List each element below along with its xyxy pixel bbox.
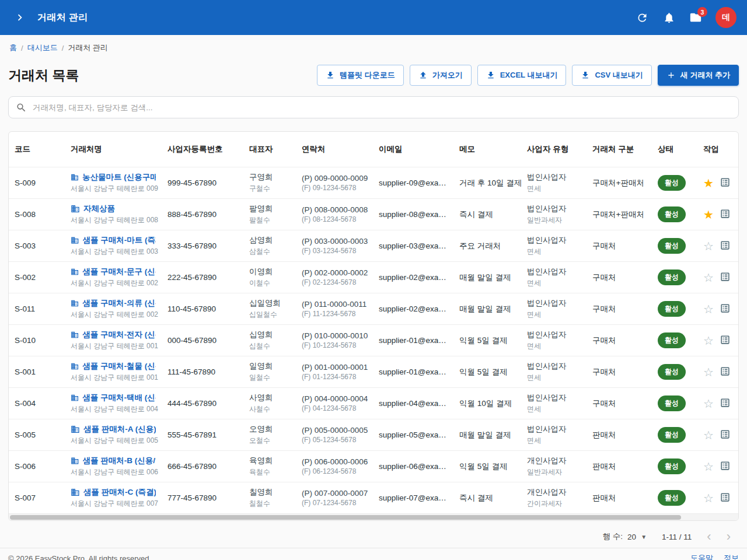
excel-export-button[interactable]: EXCEL 내보내기 — [477, 65, 567, 86]
supplier-name-link[interactable]: 샘플 구매처-택배 (신용, — [82, 393, 156, 403]
rows-per-page-select[interactable]: 행 수: 20 ▼ — [603, 531, 647, 542]
documents-button[interactable]: 3 — [684, 6, 707, 29]
cell-email: supplier-02@exa… — [373, 262, 453, 293]
cell-ceo: 이영희이철수 — [243, 262, 296, 293]
detail-action-button[interactable] — [720, 303, 731, 316]
detail-list-icon — [720, 271, 731, 282]
detail-action-button[interactable] — [720, 208, 731, 221]
supplier-name-link[interactable]: 샘플 구매처-전자 (신용, — [82, 330, 156, 340]
cell-memo: 익월 10일 결제 — [453, 388, 521, 419]
detail-action-button[interactable] — [720, 429, 731, 442]
favorite-star-icon[interactable]: ☆ — [703, 334, 714, 347]
refresh-button[interactable] — [630, 6, 654, 29]
help-link[interactable]: 도움말 — [690, 553, 713, 560]
status-badge: 활성 — [658, 396, 686, 411]
status-badge: 활성 — [658, 332, 686, 348]
detail-action-button[interactable] — [720, 177, 731, 190]
favorite-star-icon[interactable]: ☆ — [703, 271, 714, 284]
refresh-icon — [636, 12, 648, 24]
cell-name: 샘플 구매처-마트 (즉제서울시 강남구 테헤란로 003 — [65, 230, 162, 262]
cell-code: S-005 — [9, 419, 65, 451]
import-button[interactable]: 가져오기 — [410, 65, 472, 86]
supplier-name-link[interactable]: 샘플 구매처-철물 (신용, — [82, 361, 156, 372]
cell-registration: 888-45-67890 — [162, 199, 243, 230]
cell-code: S-004 — [9, 388, 65, 419]
cell-name: 자체상품서울시 강남구 테헤란로 008 — [65, 199, 162, 230]
supplier-name-link[interactable]: 자체상품 — [83, 204, 115, 214]
header-status[interactable]: 상태 — [652, 132, 697, 167]
favorite-star-icon[interactable]: ☆ — [703, 492, 714, 505]
header-registration[interactable]: 사업자등록번호 — [162, 132, 243, 167]
table-row: S-005샘플 판매처-A (신용)서울시 강남구 테헤란로 005555-45… — [9, 419, 738, 451]
detail-action-button[interactable] — [720, 460, 731, 473]
detail-action-button[interactable] — [720, 366, 731, 379]
cell-registration: 555-45-67891 — [162, 419, 243, 451]
cell-name: 샘플 구매처-철물 (신용,서울시 강남구 테헤란로 001 — [65, 356, 162, 388]
csv-export-button[interactable]: CSV 내보내기 — [572, 65, 651, 86]
cell-ceo: 팔영희팔철수 — [243, 199, 296, 230]
scrollbar-thumb[interactable] — [10, 515, 681, 520]
sidebar-expand-button[interactable] — [11, 8, 29, 27]
header-memo[interactable]: 메모 — [453, 132, 521, 167]
next-page-button[interactable]: › — [727, 530, 731, 543]
header-code[interactable]: 코드 — [9, 132, 65, 167]
notifications-button[interactable] — [657, 6, 680, 29]
building-icon — [71, 362, 79, 371]
favorite-star-icon[interactable]: ☆ — [703, 397, 714, 410]
favorite-star-icon[interactable]: ☆ — [703, 460, 714, 473]
user-avatar[interactable]: 데 — [715, 7, 736, 28]
favorite-star-icon[interactable]: ☆ — [703, 303, 714, 316]
cell-contact: (P) 004-0000-0004(F) 04-1234-5678 — [296, 388, 373, 419]
supplier-name-link[interactable]: 샘플 판매처-B (신용/익 — [83, 456, 156, 466]
header-contact[interactable]: 연락처 — [296, 132, 373, 167]
detail-action-button[interactable] — [720, 397, 731, 410]
supplier-name-link[interactable]: 샘플 구매처-문구 (신용, — [82, 267, 156, 277]
header-name[interactable]: 거래처명 — [65, 132, 162, 167]
detail-action-button[interactable] — [720, 240, 731, 253]
cell-biz-type: 법인사업자면세 — [521, 356, 587, 388]
table-header-row: 코드 거래처명 사업자등록번호 대표자 연락처 이메일 메모 사업자 유형 거래… — [9, 132, 738, 167]
status-badge: 활성 — [658, 175, 686, 191]
cell-email: supplier-09@exa… — [373, 167, 453, 199]
supplier-name-link[interactable]: 샘플 구매처-마트 (즉제 — [83, 235, 156, 246]
breadcrumb-home[interactable]: 홈 — [9, 43, 17, 53]
building-icon — [71, 393, 79, 402]
favorite-star-icon[interactable]: ★ — [703, 208, 714, 221]
search-input[interactable] — [33, 103, 731, 112]
header-category[interactable]: 거래처 구분 — [587, 132, 652, 167]
detail-action-button[interactable] — [720, 271, 731, 284]
status-badge: 활성 — [658, 206, 686, 222]
header-biz-type[interactable]: 사업자 유형 — [521, 132, 587, 167]
supplier-name-link[interactable]: 샘플 판매처-C (즉결) — [83, 487, 156, 498]
header-email[interactable]: 이메일 — [373, 132, 453, 167]
header-ceo[interactable]: 대표자 — [243, 132, 296, 167]
cell-contact: (P) 001-0000-0001(F) 01-1234-5678 — [296, 356, 373, 388]
detail-action-button[interactable] — [720, 492, 731, 505]
breadcrumb-dashboard[interactable]: 대시보드 — [27, 43, 58, 53]
add-supplier-button[interactable]: 새 거래처 추가 — [658, 65, 739, 86]
info-link[interactable]: 정보 — [724, 553, 739, 560]
favorite-star-icon[interactable]: ★ — [703, 177, 714, 190]
horizontal-scrollbar[interactable] — [9, 513, 738, 520]
cell-biz-type: 법인사업자면세 — [521, 325, 587, 356]
favorite-star-icon[interactable]: ☆ — [703, 366, 714, 379]
breadcrumb: 홈 / 대시보드 / 거래처 관리 — [0, 35, 747, 57]
detail-action-button[interactable] — [720, 334, 731, 347]
supplier-name-link[interactable]: 샘플 구매처-의류 (신용, — [82, 298, 156, 309]
cell-status: 활성 — [652, 388, 697, 419]
building-icon — [71, 456, 79, 466]
cell-ceo: 십일영희십일철수 — [243, 293, 296, 325]
pagination-range: 1-11 / 11 — [662, 533, 692, 541]
previous-page-button[interactable]: ‹ — [707, 530, 711, 543]
cell-contact: (P) 009-0000-0009(F) 09-1234-5678 — [296, 167, 373, 199]
table-row: S-003샘플 구매처-마트 (즉제서울시 강남구 테헤란로 003333-45… — [9, 230, 738, 262]
cell-actions: ☆ — [697, 419, 738, 451]
favorite-star-icon[interactable]: ☆ — [703, 429, 714, 442]
supplier-name-link[interactable]: 샘플 판매처-A (신용) — [83, 424, 156, 435]
building-icon — [71, 330, 79, 340]
cell-status: 활성 — [652, 482, 697, 514]
cell-actions: ☆ — [697, 262, 738, 293]
supplier-name-link[interactable]: 농산물마트 (신용구매처 — [82, 172, 156, 183]
favorite-star-icon[interactable]: ☆ — [703, 240, 714, 253]
template-download-button[interactable]: 템플릿 다운로드 — [317, 65, 404, 86]
